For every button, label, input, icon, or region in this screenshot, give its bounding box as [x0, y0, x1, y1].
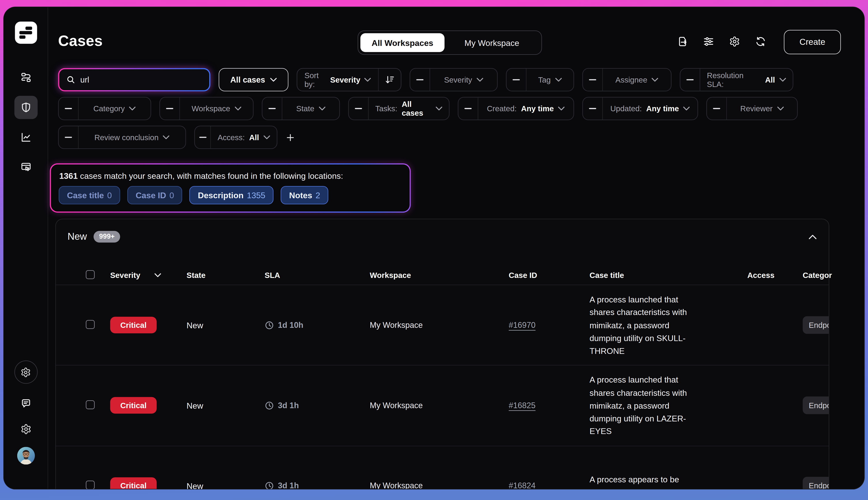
filter-dropdown[interactable]: Updated: Any time: [603, 97, 698, 120]
sla-value: 3d 1h: [278, 401, 299, 410]
topbar: Cases All Workspaces My Workspace Create: [48, 7, 864, 68]
chevron-down-icon: [129, 106, 136, 111]
table-row[interactable]: Critical New 3d 1h My Workspace #16824 A…: [56, 445, 829, 489]
workspace-settings-button[interactable]: [14, 361, 37, 384]
export-icon[interactable]: [677, 36, 688, 47]
chevron-down-icon: [777, 106, 784, 111]
badge-notes[interactable]: Notes 2: [281, 186, 328, 204]
sort-direction-button[interactable]: [379, 69, 401, 91]
user-avatar[interactable]: [17, 447, 35, 465]
filter-dropdown[interactable]: Access: All: [211, 126, 277, 148]
case-id-link[interactable]: #16825: [509, 401, 535, 410]
remove-filter-button[interactable]: [680, 69, 700, 91]
row-checkbox[interactable]: [86, 480, 95, 489]
sidebar-item-cases[interactable]: [14, 96, 37, 119]
filter-label: Resolution SLA:: [707, 71, 761, 89]
filter-dropdown[interactable]: Assignee: [603, 69, 671, 91]
filter-dropdown[interactable]: Reviewer: [727, 97, 797, 120]
badge-case-title[interactable]: Case title 0: [59, 186, 120, 204]
column-case-id[interactable]: Case ID: [509, 271, 590, 280]
filter-label: Severity: [444, 75, 472, 84]
sidebar-item-automation[interactable]: [14, 156, 37, 179]
remove-filter-button[interactable]: [263, 97, 282, 120]
row-select-cell: [86, 480, 110, 489]
case-id-link[interactable]: #16824: [509, 481, 535, 490]
filter-dropdown[interactable]: Tag: [526, 69, 574, 91]
column-state[interactable]: State: [186, 271, 265, 280]
sidebar-item-workflows[interactable]: [14, 66, 37, 89]
badge-case-id[interactable]: Case ID 0: [127, 186, 182, 204]
column-sla[interactable]: SLA: [265, 271, 370, 280]
sidebar-item-analytics[interactable]: [14, 126, 37, 149]
filter-chip-access: Access: All: [194, 126, 277, 149]
app-logo[interactable]: [14, 22, 37, 44]
column-access[interactable]: Access: [747, 271, 803, 280]
column-case-title[interactable]: Case title: [590, 271, 747, 280]
remove-filter-button[interactable]: [160, 97, 180, 120]
remove-filter-button[interactable]: [583, 69, 603, 91]
case-title-cell: A process launched that shares character…: [590, 366, 747, 445]
remove-filter-button[interactable]: [410, 69, 430, 91]
settings-button[interactable]: [20, 424, 31, 437]
remove-filter-button[interactable]: [59, 97, 79, 120]
chevron-up-icon[interactable]: [808, 232, 817, 241]
scope-dropdown[interactable]: All cases: [219, 68, 288, 91]
column-category[interactable]: Categor: [803, 271, 832, 280]
row-checkbox[interactable]: [86, 400, 95, 409]
search-match-panel: 1361 cases match your search, with match…: [50, 163, 411, 213]
badge-label: Description: [198, 191, 244, 200]
workflow-icon: [20, 72, 31, 83]
severity-cell: Critical: [110, 317, 186, 333]
toggle-all-workspaces[interactable]: All Workspaces: [360, 33, 444, 52]
filter-dropdown[interactable]: Category: [79, 97, 151, 120]
remove-filter-button[interactable]: [59, 126, 79, 148]
filter-dropdown[interactable]: Resolution SLA: All: [700, 69, 793, 91]
column-severity[interactable]: Severity: [110, 271, 186, 280]
workspace-cell: My Workspace: [370, 481, 509, 490]
filter-dropdown[interactable]: Created: Any time: [478, 97, 574, 120]
remove-filter-button[interactable]: [583, 97, 603, 120]
toggle-my-workspace[interactable]: My Workspace: [444, 33, 539, 52]
filter-sliders-icon[interactable]: [703, 36, 714, 47]
filter-value: All: [249, 133, 259, 142]
filter-chip-reviewer: Reviewer: [706, 97, 798, 120]
remove-filter-button[interactable]: [707, 97, 727, 120]
filter-dropdown[interactable]: Severity: [430, 69, 497, 91]
filter-dropdown[interactable]: Review conclusion: [79, 126, 185, 148]
filter-label: Category: [93, 104, 125, 113]
search-input[interactable]: url: [59, 69, 209, 90]
sort-descending-icon: [385, 75, 395, 85]
feedback-button[interactable]: [20, 398, 31, 411]
case-title-cell: A process appears to be accessing creden…: [590, 465, 747, 489]
create-button[interactable]: Create: [784, 30, 841, 54]
chevron-down-icon: [652, 78, 658, 82]
remove-filter-button[interactable]: [195, 126, 211, 148]
filter-dropdown[interactable]: Tasks: All cases: [369, 97, 449, 120]
column-workspace[interactable]: Workspace: [370, 271, 509, 280]
table-row[interactable]: Critical New 3d 1h My Workspace #16825 A…: [56, 365, 829, 445]
select-all-checkbox[interactable]: [86, 270, 95, 279]
refresh-icon[interactable]: [755, 36, 766, 47]
case-title-text: A process launched that shares character…: [590, 293, 700, 357]
filter-dropdown[interactable]: Workspace: [180, 97, 253, 120]
remove-filter-button[interactable]: [507, 69, 526, 91]
add-filter-button[interactable]: [286, 132, 297, 143]
filter-bar: url All cases Sort by: Severity: [48, 68, 864, 490]
case-id-link[interactable]: #16970: [509, 321, 535, 330]
filter-label: Review conclusion: [94, 133, 159, 142]
category-cell: Endpoi: [803, 397, 829, 414]
row-checkbox[interactable]: [86, 320, 95, 329]
filter-label: State: [296, 104, 314, 113]
remove-filter-button[interactable]: [349, 97, 369, 120]
sort-dropdown[interactable]: Sort by: Severity: [297, 69, 379, 91]
settings-icon[interactable]: [729, 36, 740, 47]
table-row[interactable]: Critical New 1d 10h My Workspace #16970 …: [56, 285, 829, 365]
filter-dropdown[interactable]: State: [282, 97, 339, 120]
sla-value: 1d 10h: [278, 321, 303, 330]
chevron-down-icon: [319, 106, 325, 111]
category-cell: Endpoi: [803, 316, 829, 334]
remove-filter-button[interactable]: [459, 97, 478, 120]
badge-description[interactable]: Description 1355: [189, 186, 274, 204]
sla-cell: 3d 1h: [265, 481, 370, 489]
filter-chip-severity: Severity: [409, 68, 498, 91]
